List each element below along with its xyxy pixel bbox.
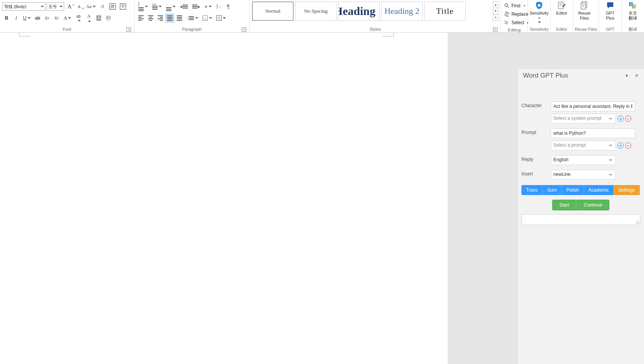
output-textarea[interactable] xyxy=(521,214,640,225)
prompt-add-button[interactable]: + xyxy=(617,142,624,149)
paragraph-dialog-launcher[interactable]: ↘ xyxy=(242,27,246,32)
svg-rect-5 xyxy=(558,2,564,9)
numbering-button[interactable] xyxy=(151,2,163,11)
change-case-button[interactable]: Aa xyxy=(85,2,97,11)
document-page[interactable] xyxy=(31,33,382,364)
replace-button[interactable]: Replace xyxy=(503,10,525,18)
cursor-icon xyxy=(504,20,510,25)
borders-button[interactable] xyxy=(215,14,227,22)
row-reply: Reply English xyxy=(521,155,640,165)
line-spacing-button[interactable] xyxy=(185,14,200,22)
seg-polish[interactable]: Polish xyxy=(562,185,584,195)
bold-button[interactable]: B xyxy=(2,14,11,22)
editor-button[interactable]: Editor xyxy=(552,0,571,26)
underline-button[interactable]: U xyxy=(22,14,32,22)
justify-button[interactable] xyxy=(166,14,174,22)
panel-close-icon[interactable]: ✕ xyxy=(633,72,640,79)
group-translate-label: 翻译 xyxy=(629,27,637,31)
font-dialog-launcher[interactable]: ↘ xyxy=(126,27,131,32)
prompt-select[interactable]: Select a prompt xyxy=(551,141,616,151)
char-shading-button[interactable]: A xyxy=(95,14,103,22)
align-center-button[interactable] xyxy=(146,14,155,22)
select-button[interactable]: Select▾ xyxy=(503,18,525,27)
group-editing: Find▾ Replace Select▾ Editing xyxy=(501,0,528,32)
italic-button[interactable]: I xyxy=(12,14,20,22)
strikethrough-button[interactable]: ab xyxy=(33,14,42,22)
style-heading-1[interactable]: Heading 1 xyxy=(338,2,380,21)
label-prompt: Prompt xyxy=(521,128,548,135)
character-input[interactable] xyxy=(551,101,635,111)
mode-segments: Trans Sum Polish Academic Settings xyxy=(521,185,640,195)
show-marks-button[interactable]: ¶ xyxy=(224,2,232,11)
font-color-button[interactable]: A xyxy=(84,14,93,22)
insert-mode-select[interactable]: newLine xyxy=(551,170,616,180)
font-name-combo[interactable]: 等线 (Body) xyxy=(2,2,45,11)
gpt-plus-button[interactable]: GPT Plus xyxy=(601,0,620,26)
group-translate: A文 全文 翻译 翻译 xyxy=(622,0,644,32)
align-right-button[interactable] xyxy=(156,14,164,22)
prompt-remove-button[interactable]: – xyxy=(625,142,631,149)
group-sensitivity: Sensitivity▾ Sensitivity xyxy=(528,0,551,32)
style-title[interactable]: Title xyxy=(424,2,466,21)
search-icon xyxy=(504,3,510,8)
full-translate-button[interactable]: A文 全文 翻译 xyxy=(623,0,642,26)
subscript-button[interactable]: X2 xyxy=(43,14,51,22)
reply-language-select[interactable]: English xyxy=(551,155,616,165)
prompt-input[interactable] xyxy=(551,128,635,138)
start-button[interactable]: Start xyxy=(552,200,576,210)
reuse-files-button[interactable]: Reuse Files xyxy=(575,0,594,26)
character-remove-button[interactable]: – xyxy=(625,116,631,122)
asian-layout-button[interactable]: ✕ xyxy=(203,2,213,11)
group-reuse-label: Reuse Files xyxy=(575,27,597,31)
style-heading-2[interactable]: Heading 2 xyxy=(381,2,423,21)
row-prompt: Prompt Select a prompt + – xyxy=(521,128,640,151)
decrease-indent-button[interactable] xyxy=(178,2,189,11)
panel-title: Word GPT Plus xyxy=(523,72,568,79)
seg-sum[interactable]: Sum xyxy=(543,185,562,195)
text-effects-button[interactable]: A xyxy=(62,14,73,22)
group-sensitivity-label: Sensitivity xyxy=(529,27,549,31)
shrink-font-button[interactable]: A xyxy=(75,2,83,11)
svg-rect-4 xyxy=(538,4,540,7)
gallery-down-icon[interactable]: ▼ xyxy=(493,8,498,14)
sort-button[interactable] xyxy=(214,2,223,11)
label-insert: Insert xyxy=(521,170,548,177)
gallery-up-icon[interactable]: ▲ xyxy=(493,2,498,8)
seg-trans[interactable]: Trans xyxy=(521,185,543,195)
char-border-button[interactable]: 字 xyxy=(118,2,128,11)
styles-dialog-launcher[interactable]: ↘ xyxy=(493,27,498,32)
highlight-button[interactable]: ab xyxy=(74,14,83,22)
align-left-button[interactable] xyxy=(137,14,145,22)
phonetic-guide-button[interactable]: 拼 xyxy=(108,2,117,11)
multilevel-list-button[interactable] xyxy=(164,2,177,11)
bullets-button[interactable] xyxy=(137,2,149,11)
panel-collapse-icon[interactable]: ▾ xyxy=(623,72,630,79)
chat-icon xyxy=(606,1,615,10)
font-size-combo[interactable]: 五号 xyxy=(46,2,64,11)
styles-gallery-spinner[interactable]: ▲ ▼ ▾ xyxy=(493,2,498,21)
superscript-button[interactable]: X2 xyxy=(53,14,61,22)
label-character: Character xyxy=(521,101,548,108)
distributed-button[interactable] xyxy=(175,14,184,22)
character-add-button[interactable]: + xyxy=(617,116,624,122)
style-no-spacing[interactable]: No Spacing xyxy=(295,2,337,21)
continue-button[interactable]: Continue xyxy=(576,200,609,210)
replace-icon xyxy=(504,12,510,17)
gallery-more-icon[interactable]: ▾ xyxy=(493,15,498,20)
character-prompt-select[interactable]: Select a system prompt xyxy=(551,114,616,124)
clear-formatting-button[interactable]: A xyxy=(98,2,107,11)
shading-button[interactable] xyxy=(201,14,214,22)
increase-indent-button[interactable] xyxy=(191,2,202,11)
style-normal[interactable]: Normal xyxy=(252,2,294,21)
files-icon xyxy=(580,1,589,10)
seg-settings[interactable]: Settings xyxy=(614,185,639,195)
translate-icon: A文 xyxy=(628,1,637,10)
group-styles: Normal No Spacing Heading 1 Heading 2 Ti… xyxy=(250,0,501,32)
sensitivity-button[interactable]: Sensitivity▾ xyxy=(529,0,549,26)
find-button[interactable]: Find▾ xyxy=(503,2,525,10)
enclose-chars-button[interactable]: ㊞ xyxy=(104,14,113,22)
seg-academic[interactable]: Academic xyxy=(584,185,614,195)
grow-font-button[interactable]: A xyxy=(65,2,74,11)
editor-pen-icon xyxy=(557,1,566,10)
row-character: Character Select a system prompt + – xyxy=(521,101,640,124)
